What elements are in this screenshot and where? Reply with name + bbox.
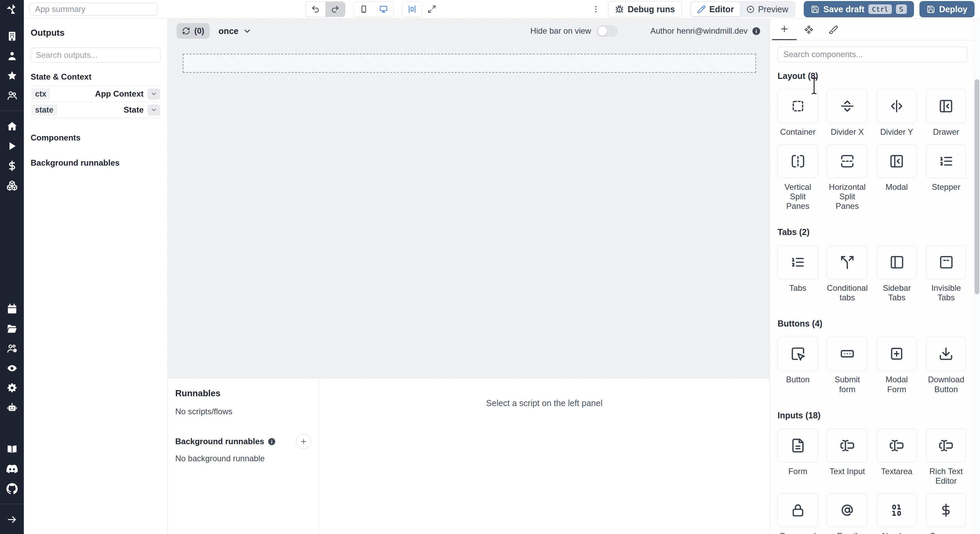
sidebar-item-discord[interactable]	[0, 459, 24, 478]
background-runnables-title: Background runnables	[175, 437, 264, 446]
undo-button[interactable]	[305, 2, 325, 17]
component-section-title: Inputs (18)	[778, 410, 966, 420]
component-card-download-button[interactable]	[926, 337, 966, 371]
rectangle-ellipsis-icon	[840, 346, 855, 361]
output-row-state[interactable]: state State	[30, 102, 161, 118]
fullscreen-button[interactable]	[422, 2, 441, 17]
component-card-text-input[interactable]	[827, 429, 867, 462]
sidebar-item-calendar[interactable]	[0, 299, 24, 319]
component-card-currency[interactable]	[926, 493, 966, 527]
sidebar-item-github[interactable]	[0, 478, 24, 498]
sidebar-item-folder-open[interactable]	[0, 319, 24, 339]
component-card-vertical-split-panes[interactable]	[778, 144, 818, 178]
component-card-label: Container	[780, 127, 816, 137]
tab-insert-component[interactable]	[772, 19, 797, 40]
deploy-button[interactable]: Deploy	[920, 1, 975, 17]
component-card-number[interactable]	[877, 493, 917, 527]
component-card-label: Conditional tabs	[827, 283, 868, 302]
search-outputs-input[interactable]	[30, 48, 161, 63]
sidebar-item-settings[interactable]	[0, 378, 24, 397]
sidebar-item-user[interactable]	[0, 46, 24, 66]
search-components-input[interactable]	[778, 47, 967, 62]
windmill-logo[interactable]	[0, 0, 24, 19]
component-card-submit-form[interactable]	[827, 337, 867, 371]
output-row-ctx[interactable]: ctx App Context	[30, 86, 161, 102]
sidebar-item-book-open[interactable]	[0, 439, 24, 459]
sidebar-item-users[interactable]	[0, 85, 24, 105]
app-summary-input[interactable]	[29, 3, 158, 16]
sidebar-item-eye[interactable]	[0, 358, 24, 378]
chevron-down-icon	[150, 106, 157, 113]
component-card-divider-x[interactable]	[827, 89, 867, 123]
component-card-email-input[interactable]	[827, 493, 867, 527]
expand-ctx-button[interactable]	[148, 89, 160, 99]
editor-label: Editor	[709, 5, 733, 14]
component-block: Invisible Tabs	[926, 245, 966, 302]
component-card-conditional-tabs[interactable]	[827, 245, 868, 279]
hide-bar-toggle[interactable]	[597, 25, 617, 37]
more-menu-button[interactable]	[589, 2, 603, 17]
center-content-button[interactable]	[402, 2, 422, 17]
refresh-components-button[interactable]: (0)	[177, 23, 210, 39]
component-section-title: Buttons (4)	[778, 319, 966, 329]
component-card-sidebar-tabs[interactable]	[877, 245, 917, 279]
component-card-container[interactable]	[778, 89, 818, 123]
component-card-form[interactable]	[778, 429, 818, 462]
mobile-view-button[interactable]	[354, 2, 374, 17]
component-card-label: Modal	[885, 182, 907, 192]
app-canvas[interactable]: (0) once Hide bar on view Author henri@w…	[168, 19, 770, 378]
component-block: Number	[877, 493, 917, 534]
info-icon[interactable]	[267, 437, 276, 446]
component-card-drawer[interactable]	[926, 89, 966, 123]
panel-left-close-icon	[889, 154, 904, 169]
component-card-label: Tabs	[789, 283, 807, 293]
component-card-divider-y[interactable]	[877, 89, 917, 123]
scrollbar-thumb[interactable]	[975, 79, 979, 294]
sidebar-group-links	[0, 439, 24, 498]
debug-runs-button[interactable]: Debug runs	[608, 1, 682, 17]
runnables-panel: Runnables No scripts/flows Background ru…	[168, 378, 770, 534]
expand-state-button[interactable]	[148, 105, 160, 115]
sidebar-item-dollar[interactable]	[0, 156, 24, 175]
schedule-dropdown[interactable]: once	[218, 26, 251, 36]
sidebar-item-play[interactable]	[0, 136, 24, 156]
sidebar-item-building[interactable]	[0, 26, 24, 46]
tab-component-settings[interactable]	[797, 19, 821, 40]
sidebar-item-star[interactable]	[0, 66, 24, 85]
component-block: Download Button	[926, 337, 966, 394]
preview-eye-icon	[746, 5, 755, 14]
component-card-horizontal-split-panes[interactable]	[827, 144, 867, 178]
empty-grid-placeholder[interactable]	[183, 54, 756, 73]
component-card-modal-form[interactable]	[877, 337, 917, 371]
save-draft-button[interactable]: Save draft Ctrl S	[804, 1, 914, 17]
component-card-textarea[interactable]	[877, 429, 917, 462]
tab-styling[interactable]	[821, 19, 846, 40]
component-card-stepper[interactable]	[926, 144, 966, 178]
component-card-password[interactable]	[778, 493, 818, 527]
sidebar-item-arrow-right[interactable]	[0, 510, 24, 529]
calendar-icon	[6, 304, 18, 315]
tab-preview[interactable]: Preview	[740, 2, 795, 16]
component-card-modal[interactable]	[877, 144, 917, 178]
component-block: Drawer	[926, 89, 966, 137]
star-icon	[6, 70, 18, 81]
component-card-invisible-tabs[interactable]	[926, 245, 966, 279]
sidebar-item-bot[interactable]	[0, 397, 24, 417]
component-card-button[interactable]	[778, 337, 818, 371]
building-icon	[6, 30, 18, 42]
component-card-rich-text-editor[interactable]	[926, 429, 966, 462]
outputs-panel: Outputs State & Context ctx App Context …	[24, 19, 168, 534]
scrollbar-track[interactable]	[974, 19, 980, 534]
add-background-runnable-button[interactable]	[296, 434, 311, 449]
sidebar-item-home[interactable]	[0, 116, 24, 136]
desktop-view-button[interactable]	[374, 2, 393, 17]
sidebar-item-boxes[interactable]	[0, 175, 24, 195]
split-horizontal-icon	[840, 154, 855, 169]
list-ordered-icon	[939, 154, 953, 169]
component-card-label: Stepper	[932, 182, 960, 192]
tab-editor[interactable]: Editor	[691, 2, 740, 16]
component-card-tabs[interactable]	[778, 245, 818, 279]
sidebar-item-users-cog[interactable]	[0, 339, 24, 358]
redo-button[interactable]	[325, 2, 345, 17]
info-icon[interactable]	[752, 27, 761, 36]
